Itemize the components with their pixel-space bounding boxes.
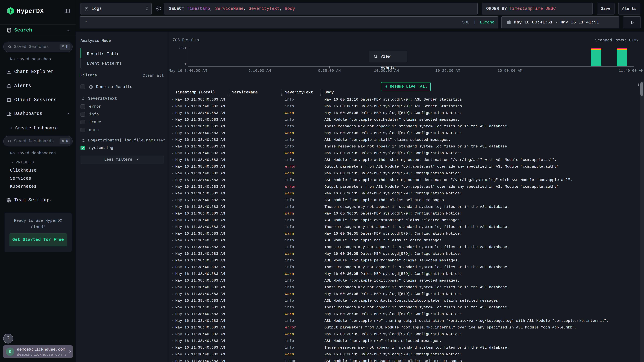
- logattr-option-systemlog[interactable]: system.log: [76, 145, 168, 151]
- source-select[interactable]: Logs: [80, 3, 152, 14]
- column-resize-handle[interactable]: [281, 89, 283, 96]
- log-row[interactable]: May 16 11:38:40.683 AMinfoThose messages…: [169, 344, 640, 351]
- log-row[interactable]: May 16 11:38:40.683 AMinfoASL Module "co…: [169, 297, 640, 304]
- preset-item-clickhouse[interactable]: Clickhouse: [10, 167, 36, 174]
- column-header-severitytext[interactable]: SeverityText: [285, 90, 313, 95]
- log-row[interactable]: May 16 11:38:40.683 AMinfoASL Module "co…: [169, 277, 640, 284]
- preset-item-services[interactable]: Services: [10, 175, 31, 182]
- source-settings-gear-icon[interactable]: [155, 6, 161, 11]
- log-row[interactable]: May 16 11:38:40.683 AMinfoASL Module "co…: [169, 116, 640, 123]
- severity-option-error[interactable]: error: [76, 104, 168, 109]
- log-row[interactable]: May 16 11:38:40.683 AMwarnMay 16 00:30:0…: [169, 250, 640, 257]
- log-row[interactable]: May 16 11:38:40.683 AMinfoMay 16 00:06:0…: [169, 103, 640, 110]
- log-row[interactable]: May 16 11:38:40.683 AMwarnMay 16 00:30:0…: [169, 130, 640, 136]
- column-resize-handle[interactable]: [228, 89, 230, 96]
- sidebar-item-alerts[interactable]: Alerts: [0, 82, 76, 90]
- date-range-picker[interactable]: May 16 08:41:51 - May 16 11:41:51: [502, 16, 619, 28]
- histogram-bar[interactable]: [591, 48, 601, 66]
- create-dashboard-button[interactable]: + Create Dashboard: [10, 125, 58, 132]
- log-row[interactable]: May 16 11:38:40.683 AMwarnMay 16 00:30:0…: [169, 311, 640, 318]
- mode-tab-event-patterns[interactable]: Event Patterns: [87, 60, 122, 67]
- checkbox[interactable]: [80, 128, 85, 132]
- log-row[interactable]: May 16 11:38:40.683 AMinfoASL Module "co…: [169, 257, 640, 264]
- log-row[interactable]: May 16 11:38:40.683 AMinfoThose messages…: [169, 264, 640, 271]
- log-row[interactable]: May 16 11:38:40.683 AMwarnMay 16 00:30:0…: [169, 271, 640, 277]
- save-button[interactable]: Save: [597, 3, 614, 14]
- saved-dashboards-input[interactable]: Saved Dashboards ⌘ K: [3, 136, 72, 146]
- help-button[interactable]: ?: [3, 334, 13, 344]
- saved-searches-input[interactable]: Saved Searches ⌘ K: [3, 41, 72, 52]
- log-row[interactable]: May 16 11:38:40.683 AMerrorOutput parame…: [169, 163, 640, 170]
- log-row[interactable]: May 16 11:38:40.683 AMinfoASL Module "co…: [169, 136, 640, 143]
- sql-select-input[interactable]: SELECT Timestamp, ServiceName, SeverityT…: [164, 3, 478, 14]
- less-filters-button[interactable]: Less filters: [80, 156, 164, 164]
- log-row[interactable]: May 16 11:38:40.683 AMwarnMay 16 00:30:0…: [169, 230, 640, 237]
- log-row[interactable]: May 16 11:38:40.683 AMinfoASL Module "co…: [169, 217, 640, 224]
- log-row[interactable]: May 16 11:38:40.683 AMwarnMay 16 00:30:0…: [169, 331, 640, 338]
- log-row[interactable]: May 16 11:38:40.683 AMwarnMay 16 00:30:0…: [169, 150, 640, 157]
- log-row[interactable]: May 16 11:38:40.683 AMinfoASL Module "co…: [169, 338, 640, 344]
- run-query-button[interactable]: [623, 16, 641, 28]
- view-events-button[interactable]: View Events: [369, 51, 407, 62]
- log-row[interactable]: May 16 11:38:40.683 AMinfoThose messages…: [169, 284, 640, 291]
- column-resize-handle[interactable]: [320, 89, 322, 96]
- denoise-filter-row[interactable]: Denoise Results: [76, 84, 168, 90]
- order-by-input[interactable]: ORDER BY TimestampTime DESC: [482, 3, 593, 14]
- column-header-servicename[interactable]: ServiceName: [232, 90, 258, 95]
- sidebar-collapse-icon[interactable]: [64, 8, 70, 14]
- language-sql[interactable]: SQL: [462, 20, 470, 25]
- log-row[interactable]: May 16 11:38:40.683 AMinfoThose messages…: [169, 123, 640, 130]
- log-row[interactable]: May 16 11:38:40.683 AMwarnMay 16 00:30:0…: [169, 190, 640, 197]
- denoise-checkbox[interactable]: [80, 84, 85, 89]
- log-row[interactable]: May 16 11:38:40.683 AMinfoASL Module "co…: [169, 237, 640, 244]
- checkbox[interactable]: [80, 112, 85, 117]
- log-row[interactable]: May 16 11:38:40.683 AMtraceASL Module "c…: [169, 358, 640, 362]
- log-row[interactable]: May 16 11:38:40.683 AMwarnMay 16 00:30:0…: [169, 170, 640, 177]
- log-row[interactable]: May 16 11:38:40.683 AMinfoASL Module "co…: [169, 318, 640, 324]
- log-row[interactable]: May 16 11:38:40.683 AMwarnMay 16 00:30:0…: [169, 291, 640, 297]
- log-row[interactable]: May 16 11:38:40.683 AMinfoThose messages…: [169, 204, 640, 210]
- calendar-icon: [506, 20, 511, 25]
- scrollbar-thumb[interactable]: [640, 82, 643, 96]
- sidebar-item-client-sessions[interactable]: Client Sessions: [0, 96, 76, 104]
- user-menu[interactable]: D demos@clickhouse.com demos@clickhouse.…: [3, 345, 73, 358]
- log-row[interactable]: May 16 11:38:40.683 AMinfoThose messages…: [169, 304, 640, 311]
- clear-all-button[interactable]: Clear all: [142, 73, 164, 78]
- log-row[interactable]: May 16 11:38:40.683 AMwarnMay 16 00:30:0…: [169, 351, 640, 358]
- clear-filter-button[interactable]: Clear: [154, 138, 165, 142]
- log-row[interactable]: May 16 11:38:40.683 AMinfoASL Module "co…: [169, 197, 640, 204]
- severity-option-info[interactable]: info: [76, 111, 168, 117]
- checkbox[interactable]: [80, 104, 85, 109]
- cell-timestamp: May 16 11:38:40.683 AM: [175, 351, 225, 358]
- sidebar-item-team-settings[interactable]: Team Settings: [0, 196, 76, 204]
- severity-option-warn[interactable]: warn: [76, 127, 168, 133]
- log-row[interactable]: May 16 11:38:40.683 AMwarnMay 16 00:30:0…: [169, 110, 640, 116]
- checkbox[interactable]: [80, 120, 85, 124]
- severity-option-trace[interactable]: trace: [76, 119, 168, 125]
- mode-tab-results-table[interactable]: Results Table: [87, 51, 120, 57]
- sidebar-item-chart-explorer[interactable]: Chart Explorer: [0, 68, 76, 76]
- histogram-bar[interactable]: [617, 48, 627, 66]
- language-toggle[interactable]: SQL | Lucene: [462, 17, 494, 28]
- sidebar-item-dashboards[interactable]: Dashboards: [0, 110, 76, 118]
- column-header-timestamp[interactable]: Timestamp (Local): [175, 90, 215, 95]
- log-row[interactable]: May 16 11:38:40.683 AMwarnMay 16 00:30:0…: [169, 210, 640, 217]
- alerts-button[interactable]: Alerts: [618, 3, 640, 14]
- language-lucene[interactable]: Lucene: [480, 20, 494, 25]
- log-row[interactable]: May 16 11:38:40.683 AMinfoASL Module "co…: [169, 177, 640, 183]
- log-row[interactable]: May 16 11:38:40.683 AMinfoThose messages…: [169, 224, 640, 230]
- log-row[interactable]: May 16 11:38:40.683 AMerrorOutput parame…: [169, 324, 640, 331]
- table-scrollbar[interactable]: [640, 81, 644, 362]
- preset-item-kubernetes[interactable]: Kubernetes: [10, 183, 36, 190]
- column-header-body[interactable]: Body: [324, 90, 334, 95]
- sidebar-item-search[interactable]: Search: [0, 25, 76, 36]
- log-row[interactable]: May 16 11:38:40.683 AMinfoASL Module "co…: [169, 157, 640, 163]
- log-row[interactable]: May 16 11:38:40.683 AMinfoThose messages…: [169, 143, 640, 150]
- search-query-input[interactable]: * SQL | Lucene: [80, 16, 498, 28]
- log-row[interactable]: May 16 11:38:40.683 AMerrorOutput parame…: [169, 183, 640, 190]
- checkbox-checked[interactable]: [80, 146, 85, 150]
- get-started-button[interactable]: Get Started for Free: [10, 233, 67, 246]
- log-row[interactable]: May 16 11:38:40.683 AMinfoMay 16 00:21:1…: [169, 96, 640, 103]
- resume-live-tail-button[interactable]: Resume Live Tail: [381, 82, 431, 91]
- log-row[interactable]: May 16 11:38:40.683 AMinfoThose messages…: [169, 244, 640, 250]
